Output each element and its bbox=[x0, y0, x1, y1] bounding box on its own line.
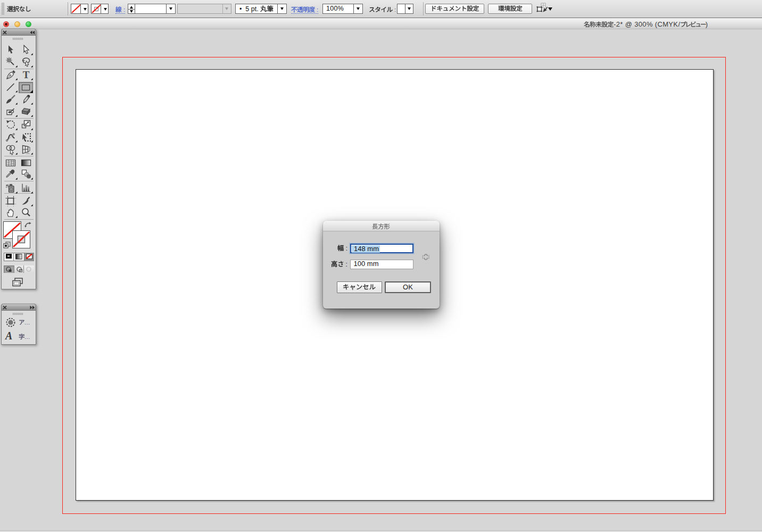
svg-text:T: T bbox=[23, 69, 30, 80]
